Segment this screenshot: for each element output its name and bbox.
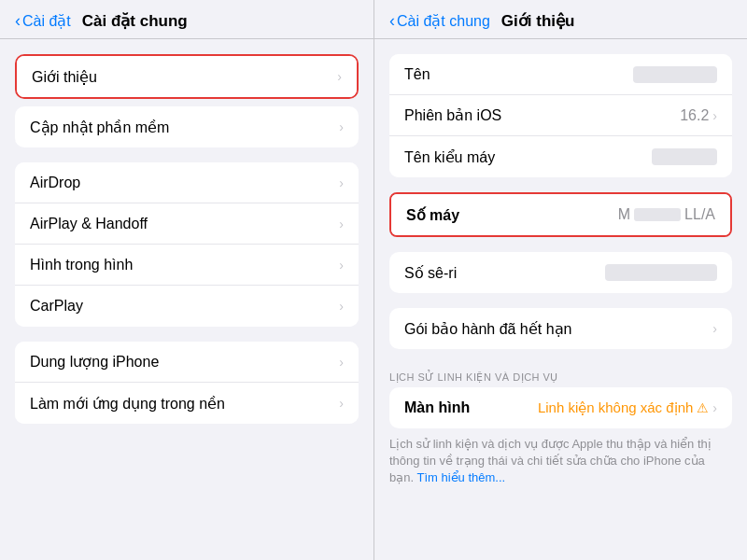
- screen-value-text: Linh kiện không xác định: [538, 399, 693, 416]
- right-back-button[interactable]: ‹ Cài đặt chung: [389, 11, 490, 31]
- right-section-so-may: Số máy M LL/A: [374, 192, 747, 237]
- right-scroll-area: Tên Phiên bản iOS 16.2 › Tên kiểu máy: [374, 39, 747, 560]
- screen-chevron-icon: ›: [712, 400, 717, 415]
- basic-info-group: Tên Phiên bản iOS 16.2 › Tên kiểu máy: [389, 54, 732, 177]
- history-note: Lịch sử linh kiện và dịch vụ được Apple …: [374, 428, 747, 495]
- ios-chevron-icon: ›: [712, 108, 717, 123]
- cap-nhat-right: ›: [339, 119, 344, 134]
- so-may-label: Số máy: [406, 206, 459, 224]
- hinh-trong-hinh-right: ›: [339, 258, 344, 273]
- ios-label: Phiên bản iOS: [404, 106, 501, 124]
- dung-luong-item[interactable]: Dung lượng iPhone ›: [15, 342, 359, 383]
- so-may-prefix: M: [618, 206, 630, 223]
- left-section-1: Giới thiệu › Cập nhật phần mềm ›: [0, 54, 374, 147]
- warranty-group: Gói bảo hành đã hết hạn ›: [389, 308, 732, 349]
- left-back-label: Cài đặt: [22, 12, 71, 30]
- serial-value: [605, 264, 717, 281]
- right-nav-title: Giới thiệu: [501, 11, 575, 31]
- airplay-chevron-icon: ›: [339, 217, 344, 231]
- so-may-middle: [634, 208, 681, 221]
- warranty-item[interactable]: Gói bảo hành đã hết hạn ›: [389, 308, 732, 349]
- left-scroll-area: Giới thiệu › Cập nhật phần mềm ›: [0, 39, 374, 560]
- history-section-title: LỊCH SỬ LINH KIỆN VÀ DỊCH VỤ: [374, 364, 747, 387]
- right-back-label: Cài đặt chung: [397, 12, 490, 30]
- hinh-trong-hinh-item[interactable]: Hình trong hình ›: [15, 245, 359, 286]
- storage-group: Dung lượng iPhone › Làm mới ứng dụng tro…: [15, 342, 359, 424]
- serial-label: Số sê-ri: [404, 264, 457, 282]
- dung-luong-chevron-icon: ›: [339, 355, 344, 370]
- left-back-chevron-icon: ‹: [15, 11, 21, 31]
- carplay-right: ›: [339, 299, 344, 314]
- gioi-thieu-chevron-icon: ›: [337, 69, 342, 84]
- airdrop-right: ›: [339, 175, 344, 190]
- airplay-label: AirPlay & Handoff: [30, 216, 148, 232]
- kieu-may-item[interactable]: Tên kiểu máy: [389, 136, 732, 177]
- warranty-label: Gói bảo hành đã hết hạn: [404, 320, 571, 338]
- warranty-right: ›: [712, 321, 717, 336]
- cap-nhat-item[interactable]: Cập nhật phần mềm ›: [15, 106, 359, 147]
- screen-label: Màn hình: [404, 399, 470, 416]
- serial-blurred: [605, 264, 717, 281]
- carplay-item[interactable]: CarPlay ›: [15, 286, 359, 327]
- kieu-may-value: [652, 148, 717, 165]
- right-section-warranty: Gói bảo hành đã hết hạn ›: [374, 308, 747, 349]
- right-section-history: LỊCH SỬ LINH KIỆN VÀ DỊCH VỤ Màn hình Li…: [374, 364, 747, 495]
- cap-nhat-label: Cập nhật phần mềm: [30, 119, 169, 136]
- carplay-label: CarPlay: [30, 298, 83, 315]
- airdrop-item[interactable]: AirDrop ›: [15, 162, 359, 203]
- ten-value: [633, 66, 717, 83]
- ios-value: 16.2 ›: [680, 107, 717, 124]
- connectivity-group: AirDrop › AirPlay & Handoff › Hình trong…: [15, 162, 359, 327]
- serial-group: Số sê-ri: [389, 252, 732, 293]
- right-section-serial: Số sê-ri: [374, 252, 747, 293]
- history-learn-more-link[interactable]: Tìm hiểu thêm...: [416, 470, 505, 484]
- warning-icon: ⚠: [697, 400, 709, 415]
- ios-item[interactable]: Phiên bản iOS 16.2 ›: [389, 95, 732, 136]
- left-panel: ‹ Cài đặt Cài đặt chung Giới thiệu › Cập…: [0, 0, 374, 560]
- ten-blurred: [633, 66, 717, 83]
- ios-version: 16.2: [680, 107, 709, 124]
- left-section-2: AirDrop › AirPlay & Handoff › Hình trong…: [0, 162, 374, 327]
- airplay-right: ›: [339, 217, 344, 231]
- right-section-basic: Tên Phiên bản iOS 16.2 › Tên kiểu máy: [374, 54, 747, 177]
- gioi-thieu-right: ›: [337, 69, 342, 84]
- kieu-may-blurred: [652, 148, 717, 165]
- gioi-thieu-item[interactable]: Giới thiệu ›: [17, 56, 357, 97]
- so-may-highlighted-group: Số máy M LL/A: [389, 192, 732, 237]
- gioi-thieu-group: Giới thiệu ›: [15, 54, 359, 99]
- so-may-value: M LL/A: [618, 206, 715, 223]
- right-panel: ‹ Cài đặt chung Giới thiệu Tên Phiên bản…: [374, 0, 747, 560]
- screen-item[interactable]: Màn hình Linh kiện không xác định ⚠ ›: [389, 387, 732, 428]
- right-nav-bar: ‹ Cài đặt chung Giới thiệu: [374, 0, 747, 39]
- dung-luong-right: ›: [339, 355, 344, 370]
- cap-nhat-chevron-icon: ›: [339, 119, 344, 134]
- ten-label: Tên: [404, 66, 430, 83]
- airplay-item[interactable]: AirPlay & Handoff ›: [15, 203, 359, 245]
- lam-moi-item[interactable]: Làm mới ứng dụng trong nền ›: [15, 383, 359, 424]
- right-back-chevron-icon: ‹: [389, 11, 395, 31]
- warranty-chevron-icon: ›: [712, 321, 717, 336]
- lam-moi-right: ›: [339, 396, 344, 411]
- hinh-trong-hinh-label: Hình trong hình: [30, 257, 133, 273]
- carplay-chevron-icon: ›: [339, 299, 344, 314]
- left-nav-title: Cài đặt chung: [82, 11, 188, 31]
- lam-moi-chevron-icon: ›: [339, 396, 344, 411]
- airdrop-label: AirDrop: [30, 175, 80, 191]
- screen-value: Linh kiện không xác định ⚠ ›: [538, 399, 717, 416]
- so-may-item[interactable]: Số máy M LL/A: [391, 194, 730, 235]
- gioi-thieu-label: Giới thiệu: [32, 68, 97, 86]
- so-may-suffix: LL/A: [684, 206, 715, 223]
- lam-moi-label: Làm mới ứng dụng trong nền: [30, 395, 225, 413]
- cap-nhat-group: Cập nhật phần mềm ›: [15, 106, 359, 147]
- hinh-trong-hinh-chevron-icon: ›: [339, 258, 344, 273]
- left-nav-bar: ‹ Cài đặt Cài đặt chung: [0, 0, 374, 39]
- airdrop-chevron-icon: ›: [339, 175, 344, 190]
- kieu-may-label: Tên kiểu máy: [404, 148, 495, 166]
- left-section-3: Dung lượng iPhone › Làm mới ứng dụng tro…: [0, 342, 374, 424]
- dung-luong-label: Dung lượng iPhone: [30, 353, 159, 371]
- ten-item[interactable]: Tên: [389, 54, 732, 95]
- left-back-button[interactable]: ‹ Cài đặt: [15, 11, 71, 31]
- serial-item[interactable]: Số sê-ri: [389, 252, 732, 293]
